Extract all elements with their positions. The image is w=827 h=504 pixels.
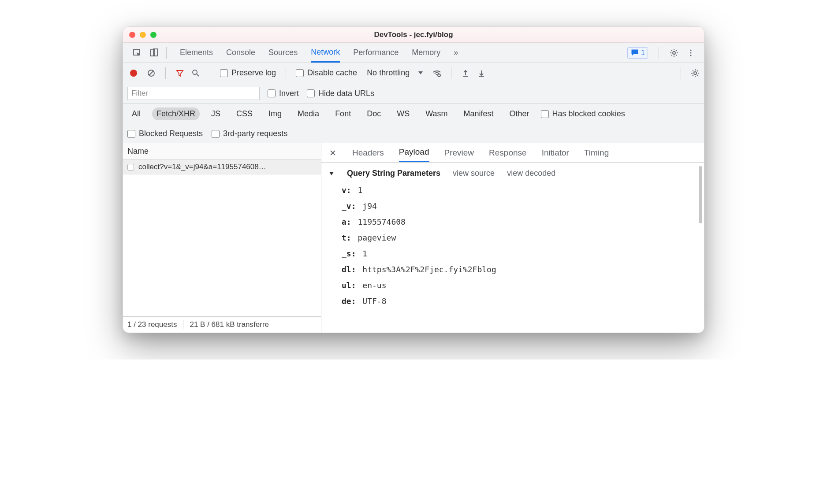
svg-point-4 <box>690 49 691 51</box>
type-manifest[interactable]: Manifest <box>459 107 498 120</box>
param-key: t: <box>342 233 351 242</box>
param-key: de: <box>342 296 356 306</box>
hide-data-urls-label: Hide data URLs <box>318 89 374 98</box>
filter-toggle-icon[interactable] <box>175 69 184 78</box>
divider <box>681 67 681 79</box>
record-button[interactable] <box>130 70 137 77</box>
request-detail-pane: Headers Payload Preview Response Initiat… <box>321 143 704 333</box>
checkbox-icon <box>307 89 315 97</box>
third-party-label: 3rd-party requests <box>223 129 287 138</box>
blocked-requests-label: Blocked Requests <box>139 129 203 138</box>
detail-tab-response[interactable]: Response <box>489 143 527 162</box>
query-param-row: v: 1 <box>342 182 696 198</box>
filter-input[interactable]: Filter <box>127 87 260 100</box>
device-toolbar-icon[interactable] <box>149 48 158 57</box>
tab-performance[interactable]: Performance <box>353 43 399 63</box>
type-css[interactable]: CSS <box>232 107 257 120</box>
type-wasm[interactable]: Wasm <box>421 107 452 120</box>
throttling-select[interactable]: No throttling <box>364 68 425 78</box>
param-value: https%3A%2F%2Fjec.fyi%2Fblog <box>358 265 496 274</box>
detail-tab-payload[interactable]: Payload <box>399 143 429 162</box>
type-font[interactable]: Font <box>331 107 355 120</box>
preserve-log-checkbox[interactable]: Preserve log <box>220 68 276 78</box>
tab-console[interactable]: Console <box>226 43 255 63</box>
disclosure-triangle-icon <box>329 172 334 175</box>
tab-elements[interactable]: Elements <box>180 43 213 63</box>
param-value: 1 <box>353 185 363 195</box>
network-conditions-icon[interactable] <box>432 69 441 78</box>
param-key: a: <box>342 217 351 226</box>
filter-bar: Filter Invert Hide data URLs <box>123 83 704 104</box>
request-row[interactable]: collect?v=1&_v=j94&a=1195574608… <box>123 160 321 174</box>
param-value: j94 <box>358 201 377 211</box>
divider <box>166 47 167 59</box>
has-blocked-cookies-checkbox[interactable]: Has blocked cookies <box>541 109 625 119</box>
type-ws[interactable]: WS <box>392 107 414 120</box>
param-value: pageview <box>353 233 396 242</box>
detail-tab-headers[interactable]: Headers <box>352 143 384 162</box>
request-count: 1 / 23 requests <box>127 320 177 329</box>
scrollbar-thumb[interactable] <box>699 166 702 223</box>
export-har-icon[interactable] <box>477 69 486 78</box>
type-all[interactable]: All <box>127 107 145 120</box>
console-messages-badge[interactable]: 1 <box>627 47 648 59</box>
inspect-element-icon[interactable] <box>133 48 142 57</box>
query-params-list: v: 1_v: j94a: 1195574608t: pageview_s: 1… <box>329 182 696 309</box>
checkbox-icon <box>541 110 549 118</box>
invert-checkbox[interactable]: Invert <box>268 89 299 98</box>
has-blocked-cookies-label: Has blocked cookies <box>552 109 625 119</box>
checkbox-icon <box>127 130 135 138</box>
import-har-icon[interactable] <box>461 69 470 78</box>
checkbox-icon <box>268 89 276 97</box>
query-param-row: de: UTF-8 <box>342 293 696 309</box>
detail-tab-initiator[interactable]: Initiator <box>542 143 569 162</box>
payload-section-header[interactable]: Query String Parameters view source view… <box>329 169 696 178</box>
more-menu-icon[interactable] <box>686 48 695 57</box>
type-fetch-xhr[interactable]: Fetch/XHR <box>152 107 200 120</box>
payload-body[interactable]: Query String Parameters view source view… <box>321 163 704 333</box>
type-img[interactable]: Img <box>264 107 286 120</box>
divider <box>451 67 451 79</box>
close-detail-icon[interactable] <box>328 148 337 157</box>
tab-memory[interactable]: Memory <box>412 43 440 63</box>
disable-cache-checkbox[interactable]: Disable cache <box>296 68 357 78</box>
divider <box>183 320 183 329</box>
preserve-log-label: Preserve log <box>231 68 276 78</box>
request-list[interactable]: collect?v=1&_v=j94&a=1195574608… <box>123 160 321 316</box>
transfer-size: 21 B / 681 kB transferre <box>190 320 269 329</box>
detail-tab-preview[interactable]: Preview <box>444 143 474 162</box>
param-key: dl: <box>342 265 356 274</box>
type-media[interactable]: Media <box>293 107 324 120</box>
detail-tab-timing[interactable]: Timing <box>584 143 609 162</box>
blocked-requests-checkbox[interactable]: Blocked Requests <box>127 129 203 138</box>
type-other[interactable]: Other <box>505 107 534 120</box>
query-param-row: _s: 1 <box>342 246 696 262</box>
invert-label: Invert <box>279 89 299 98</box>
tab-network[interactable]: Network <box>311 43 340 63</box>
settings-icon[interactable] <box>670 48 678 57</box>
search-icon[interactable] <box>191 69 200 78</box>
name-column-header[interactable]: Name <box>123 143 321 160</box>
window-title: DevTools - jec.fyi/blog <box>123 30 704 39</box>
disable-cache-label: Disable cache <box>307 68 357 78</box>
chevron-down-icon <box>418 71 423 74</box>
tab-sources[interactable]: Sources <box>268 43 298 63</box>
clear-button[interactable] <box>147 69 156 78</box>
type-doc[interactable]: Doc <box>362 107 385 120</box>
throttling-value: No throttling <box>367 68 410 78</box>
detail-tabs: Headers Payload Preview Response Initiat… <box>321 143 704 163</box>
svg-line-8 <box>149 71 153 75</box>
svg-point-11 <box>438 74 440 77</box>
third-party-checkbox[interactable]: 3rd-party requests <box>212 129 287 138</box>
hide-data-urls-checkbox[interactable]: Hide data URLs <box>307 89 374 98</box>
tab-overflow[interactable]: » <box>454 43 458 63</box>
section-title: Query String Parameters <box>347 169 440 178</box>
view-decoded-link[interactable]: view decoded <box>507 169 555 178</box>
type-js[interactable]: JS <box>207 107 225 120</box>
network-settings-icon[interactable] <box>691 69 700 78</box>
view-source-link[interactable]: view source <box>453 169 495 178</box>
network-controls: Preserve log Disable cache No throttling <box>123 63 704 83</box>
svg-point-6 <box>690 55 691 56</box>
divider <box>286 67 286 79</box>
network-content: Name collect?v=1&_v=j94&a=1195574608… 1 … <box>123 143 704 333</box>
